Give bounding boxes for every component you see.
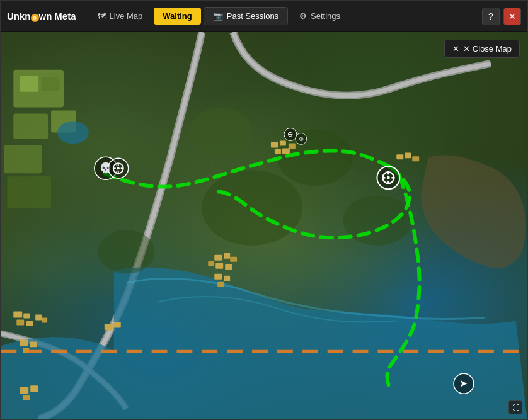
fullscreen-button[interactable]: ⛶ — [508, 400, 522, 414]
svg-rect-23 — [224, 253, 230, 259]
nav-tabs: 🗺 Live Map Waiting 📷 Past Sessions ⚙ Set… — [83, 7, 476, 25]
close-map-button[interactable]: ✕ ✕ Close Map — [444, 40, 520, 58]
close-map-icon: ✕ — [452, 44, 459, 54]
svg-rect-6 — [7, 176, 51, 208]
svg-rect-19 — [20, 339, 28, 346]
player-position-marker — [454, 373, 474, 394]
fullscreen-icon: ⛶ — [512, 404, 519, 411]
tab-waiting-label: Waiting — [163, 11, 192, 21]
svg-rect-25 — [215, 263, 223, 269]
map-svg-overlay: 💀 — [1, 32, 527, 419]
svg-rect-29 — [224, 276, 230, 281]
tab-live-map[interactable]: 🗺 Live Map — [89, 8, 152, 25]
tab-waiting[interactable]: Waiting — [154, 8, 200, 25]
tab-settings[interactable]: ⚙ Settings — [290, 8, 349, 25]
svg-rect-35 — [282, 148, 290, 154]
settings-icon: ⚙ — [299, 11, 307, 21]
svg-rect-13 — [13, 312, 22, 318]
svg-rect-26 — [225, 264, 232, 270]
svg-rect-42 — [30, 385, 38, 392]
logo-unknown: Unknown — [7, 11, 52, 22]
tab-live-map-label: Live Map — [110, 11, 143, 21]
svg-rect-22 — [214, 255, 222, 261]
logo-meta: Meta — [54, 11, 76, 21]
svg-rect-41 — [20, 387, 28, 394]
past-sessions-icon: 📷 — [213, 11, 223, 21]
svg-rect-27 — [208, 261, 214, 266]
svg-rect-2 — [42, 77, 59, 91]
logo-area: Unknown Meta — [1, 11, 83, 22]
svg-rect-5 — [4, 145, 42, 173]
svg-rect-1 — [20, 76, 38, 92]
app-window: Unknown Meta 🗺 Live Map Waiting 📷 Past S… — [0, 0, 528, 420]
svg-rect-18 — [42, 318, 47, 323]
live-map-icon: 🗺 — [98, 11, 106, 21]
help-button[interactable]: ? — [482, 8, 500, 25]
svg-point-59 — [387, 176, 390, 179]
app-close-button[interactable]: ✕ — [503, 8, 521, 25]
svg-rect-17 — [35, 315, 42, 321]
target-icon-main — [377, 166, 399, 189]
svg-rect-32 — [280, 140, 286, 145]
svg-rect-36 — [396, 154, 403, 159]
tab-past-sessions-label: Past Sessions — [227, 11, 278, 21]
svg-rect-16 — [26, 321, 33, 326]
svg-rect-20 — [30, 341, 37, 347]
svg-point-11 — [343, 195, 413, 246]
svg-rect-43 — [23, 395, 30, 400]
svg-point-10 — [189, 108, 252, 158]
svg-rect-31 — [271, 142, 278, 147]
svg-rect-14 — [23, 314, 30, 319]
titlebar: Unknown Meta 🗺 Live Map Waiting 📷 Past S… — [1, 1, 527, 32]
svg-rect-37 — [405, 152, 411, 158]
close-icon: ✕ — [508, 11, 516, 21]
target-icon-left — [108, 158, 129, 178]
svg-text:⊕: ⊕ — [287, 130, 293, 138]
svg-rect-38 — [412, 156, 419, 161]
svg-point-52 — [117, 167, 120, 169]
svg-rect-39 — [105, 324, 113, 330]
svg-rect-30 — [217, 282, 224, 287]
titlebar-actions: ? ✕ — [476, 8, 527, 25]
svg-rect-34 — [275, 149, 281, 154]
svg-rect-33 — [289, 143, 296, 149]
svg-text:⊕: ⊕ — [299, 135, 304, 142]
help-icon: ? — [488, 11, 493, 21]
close-map-label: ✕ Close Map — [463, 44, 512, 54]
svg-rect-24 — [230, 257, 237, 262]
svg-rect-40 — [114, 322, 121, 328]
map-container: 💀 — [1, 32, 527, 419]
tab-settings-label: Settings — [311, 11, 340, 21]
small-marker-1: ⊕ — [284, 128, 297, 141]
small-marker-2: ⊕ — [296, 133, 307, 144]
svg-rect-3 — [13, 114, 48, 139]
svg-point-7 — [57, 122, 89, 144]
svg-rect-15 — [16, 320, 24, 326]
tab-past-sessions[interactable]: 📷 Past Sessions — [204, 7, 288, 25]
svg-point-12 — [98, 230, 155, 274]
svg-rect-28 — [214, 274, 222, 280]
